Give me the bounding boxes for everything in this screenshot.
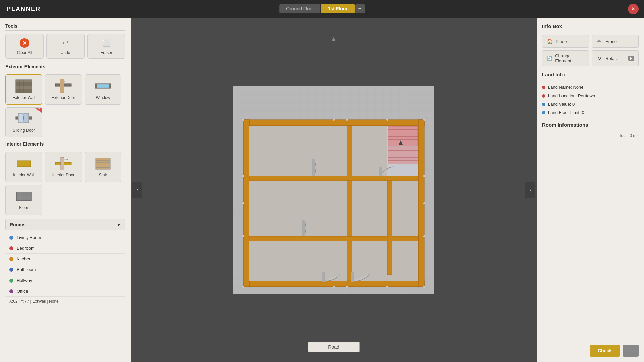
- clear-icon-shape: ✕: [20, 38, 29, 48]
- room-information-title: Room Informations: [542, 122, 639, 129]
- room-item-hallway[interactable]: Hallway: [5, 275, 125, 286]
- secondary-button[interactable]: [623, 345, 639, 357]
- svg-point-63: [333, 286, 335, 288]
- title-bar: PLANNER Ground Floor 1st Floor + ×: [0, 0, 644, 18]
- svg-point-66: [386, 119, 388, 121]
- exterior-door-icon: [55, 79, 72, 93]
- svg-point-58: [242, 119, 244, 121]
- interior-wall-label: Interior Wall: [13, 173, 35, 177]
- canvas-area[interactable]: ‹ ▲: [131, 18, 537, 362]
- tab-1st-floor[interactable]: 1st Floor: [321, 4, 355, 13]
- floor-button[interactable]: Floor: [5, 185, 42, 215]
- room-dot-bedroom: [9, 246, 13, 250]
- svg-rect-53: [312, 159, 315, 176]
- place-label: Place: [556, 39, 567, 44]
- room-label-living-room: Living Room: [17, 235, 41, 240]
- rotate-shortcut: R: [628, 56, 634, 61]
- room-item-bathroom[interactable]: Bathroom: [5, 264, 125, 275]
- room-item-living-room[interactable]: Living Room: [5, 232, 125, 243]
- room-dot-bathroom: [9, 268, 13, 272]
- svg-rect-9: [60, 79, 64, 93]
- svg-rect-34: [249, 176, 418, 181]
- svg-rect-26: [16, 192, 31, 201]
- undo-button[interactable]: ↩ Undo: [46, 34, 85, 59]
- land-value-text: Land Value: 0: [548, 102, 575, 107]
- rooms-label: Rooms: [10, 222, 25, 227]
- land-floor-limit-row: Land Floor Limit: 0: [542, 108, 639, 117]
- change-element-button[interactable]: 🔄 Change Element: [542, 50, 589, 66]
- change-element-icon: 🔄: [546, 55, 552, 62]
- interior-section-title: Interior Elements: [5, 141, 125, 148]
- road-label: Road: [308, 342, 360, 352]
- add-floor-button[interactable]: +: [355, 4, 365, 13]
- interior-door-label: Interior Door: [52, 173, 75, 177]
- interior-elements-grid: Interior Wall Interior Door: [5, 152, 125, 215]
- change-element-label: Change Element: [555, 53, 585, 63]
- window-icon: [94, 79, 112, 93]
- floor-tabs: Ground Floor 1st Floor +: [279, 4, 365, 13]
- land-name-text: Land Name: None: [548, 85, 584, 90]
- svg-point-61: [423, 286, 425, 288]
- rotate-button[interactable]: ↻ Rotate R: [592, 50, 639, 66]
- tab-ground-floor[interactable]: Ground Floor: [279, 4, 320, 13]
- room-information-section: Room Informations Total: 0 m2: [542, 122, 639, 138]
- clear-all-label: Clear All: [17, 50, 32, 55]
- tools-section-title: Tools: [5, 23, 125, 31]
- floorplan-svg: [233, 86, 434, 294]
- svg-rect-35: [249, 236, 418, 241]
- window-button[interactable]: Window: [85, 74, 121, 105]
- canvas-left-arrow[interactable]: ‹: [132, 182, 142, 198]
- svg-rect-19: [96, 158, 110, 169]
- erase-button[interactable]: ✏ Erase: [592, 35, 639, 48]
- eraser-label: Eraser: [100, 50, 112, 55]
- room-item-kitchen[interactable]: Kitchen: [5, 254, 125, 264]
- rooms-dropdown[interactable]: Rooms ▼: [5, 219, 125, 230]
- status-bar: X:62 | Y:77 | ExtWall | None: [5, 297, 125, 306]
- place-button[interactable]: 🏠 Place: [542, 35, 589, 48]
- svg-rect-39: [387, 181, 392, 275]
- clear-all-button[interactable]: ✕ Clear All: [5, 34, 44, 59]
- room-label-kitchen: Kitchen: [17, 256, 31, 261]
- floor-icon: [15, 189, 33, 203]
- room-item-office[interactable]: Office: [5, 286, 125, 297]
- info-actions: 🏠 Place ✏ Erase 🔄 Change Element ↻ Rotat…: [542, 35, 639, 66]
- svg-point-67: [386, 286, 388, 288]
- interior-wall-button[interactable]: Interior Wall: [5, 152, 42, 182]
- eraser-button[interactable]: ⬜ Eraser: [87, 34, 125, 59]
- interior-wall-icon: [15, 157, 33, 171]
- land-location-dot: [542, 94, 545, 98]
- info-box-title: Info Box: [542, 23, 639, 31]
- exterior-wall-button[interactable]: Exterior Wall: [5, 74, 42, 105]
- room-dot-office: [9, 289, 13, 293]
- status-text: X:62 | Y:77 | ExtWall | None: [9, 299, 59, 304]
- main-content: Tools ✕ Clear All ↩ Undo ⬜: [0, 18, 644, 362]
- check-button[interactable]: Check: [590, 345, 620, 357]
- sliding-door-label: Sliding Door: [13, 128, 35, 133]
- svg-point-73: [242, 235, 244, 237]
- land-info-rows: Land Name: None Land Location: Porttown …: [542, 83, 639, 117]
- svg-point-65: [423, 202, 425, 204]
- room-label-hallway: Hallway: [17, 278, 32, 283]
- sliding-door-button[interactable]: Sliding Door Coming Soon: [5, 107, 42, 137]
- svg-rect-48: [388, 147, 418, 164]
- left-chevron-icon: ‹: [136, 187, 138, 193]
- land-floor-limit-text: Land Floor Limit: 0: [548, 110, 584, 115]
- canvas-right-arrow[interactable]: ›: [525, 182, 535, 198]
- exterior-section-title: Exterior Elements: [5, 64, 125, 71]
- room-info-total: Total: 0 m2: [542, 133, 639, 138]
- svg-point-71: [423, 235, 425, 237]
- floor-plan[interactable]: [233, 86, 434, 294]
- exterior-door-button[interactable]: Exterior Door: [45, 74, 82, 105]
- room-item-bedroom[interactable]: Bedroom: [5, 243, 125, 254]
- erase-icon: ✏: [596, 38, 603, 45]
- svg-rect-57: [351, 272, 354, 282]
- rotate-icon: ↻: [596, 55, 603, 62]
- land-location-text: Land Location: Porttown: [548, 93, 595, 98]
- land-floor-limit-dot: [542, 111, 545, 114]
- undo-icon: ↩: [60, 38, 71, 48]
- close-button[interactable]: ×: [628, 4, 639, 14]
- svg-rect-16: [17, 161, 31, 167]
- svg-point-72: [242, 175, 244, 177]
- stair-button[interactable]: Stair: [85, 152, 121, 182]
- interior-door-button[interactable]: Interior Door: [45, 152, 82, 182]
